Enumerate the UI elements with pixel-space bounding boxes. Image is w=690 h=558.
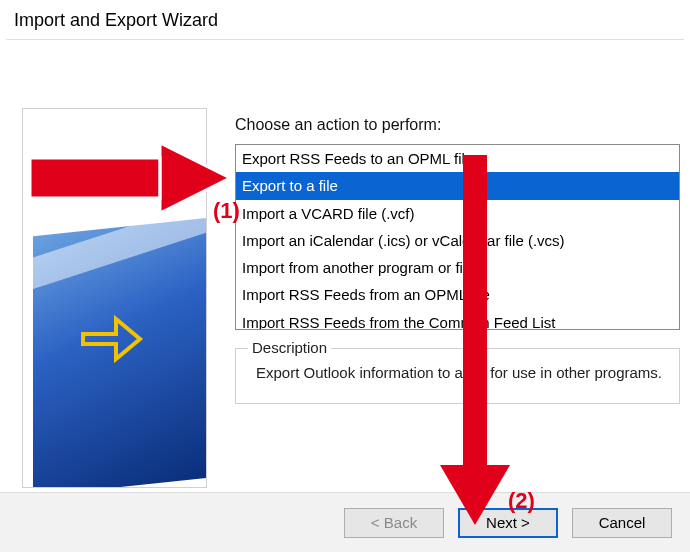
action-list-item[interactable]: Export to a file (236, 172, 679, 199)
wizard-footer: < Back Next > Cancel (0, 492, 690, 552)
next-button[interactable]: Next > (458, 508, 558, 538)
back-button: < Back (344, 508, 444, 538)
wizard-side-image (22, 108, 207, 488)
description-group: Description Export Outlook information t… (235, 348, 680, 404)
cancel-button[interactable]: Cancel (572, 508, 672, 538)
action-list-item[interactable]: Import RSS Feeds from an OPML file (236, 281, 679, 308)
wizard-main-panel: Choose an action to perform: Export RSS … (235, 108, 680, 452)
action-prompt-label: Choose an action to perform: (235, 116, 680, 134)
decorative-arrow-icon (78, 299, 148, 369)
import-export-wizard-dialog: Import and Export Wizard Choose an actio… (0, 0, 690, 558)
action-listbox[interactable]: Export RSS Feeds to an OPML fileExport t… (235, 144, 680, 330)
action-list-item[interactable]: Import RSS Feeds from the Common Feed Li… (236, 309, 679, 331)
action-list-item[interactable]: Import a VCARD file (.vcf) (236, 200, 679, 227)
window-title: Import and Export Wizard (0, 0, 690, 39)
action-list-item[interactable]: Import from another program or file (236, 254, 679, 281)
description-text: Export Outlook information to a file for… (256, 362, 667, 385)
dialog-content: Choose an action to perform: Export RSS … (0, 40, 690, 552)
description-label: Description (248, 339, 331, 356)
action-list-item[interactable]: Export RSS Feeds to an OPML file (236, 145, 679, 172)
action-list-item[interactable]: Import an iCalendar (.ics) or vCalendar … (236, 227, 679, 254)
